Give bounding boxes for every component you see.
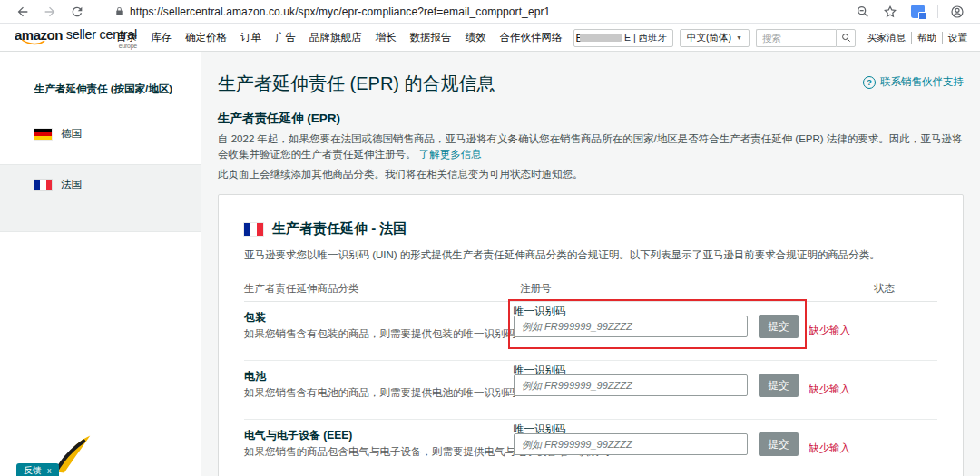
category-name: 电池 [244,369,266,384]
search-button[interactable] [836,29,856,47]
germany-flag-icon [34,129,52,140]
link-settings[interactable]: 设置 [942,32,973,44]
menu-item-growth[interactable]: 增长 [376,31,397,44]
status-missing-input: 缺少输入 [808,324,850,337]
reload-icon[interactable] [70,5,84,19]
profile-icon[interactable] [950,5,965,19]
sidebar-item-label: 法国 [61,178,82,191]
menu-item-stores[interactable]: 品牌旗舰店 [309,31,362,44]
feedback-label: 反馈 [24,464,42,476]
bookmark-star-icon[interactable] [883,5,897,19]
app-body: 生产者延伸责任 (按国家/地区) 德国 法国 生产者延伸责任 (EPR) 的合规… [0,52,980,476]
column-status: 状态 [874,282,895,296]
language-selector[interactable]: 中文(简体) ▼ [680,29,750,47]
utility-links: 买家消息 帮助 设置 [862,32,973,44]
table-row-batteries: 电池 如果您销售含有电池的商品，则需要提供电池的唯一识别码 唯一识别码 提交 缺… [244,361,937,420]
account-switcher[interactable]: E | 西班牙 [573,29,673,47]
link-buyer-messages[interactable]: 买家消息 [862,32,911,44]
menu-item-reports[interactable]: 数据报告 [410,31,452,44]
feedback-tab[interactable]: 反馈 x [16,463,59,476]
page-title: 生产者延伸责任 (EPR) 的合规信息 [218,72,495,96]
amazon-smile-icon [22,39,45,45]
padlock-icon[interactable] [114,6,124,16]
table-header: 生产者责任延伸商品分类 注册号 状态 [244,282,937,296]
sidebar-selected-band: 法国 [0,164,201,232]
link-help[interactable]: 帮助 [911,32,942,44]
seller-central-navbar: amazon seller central europe 目录 库存 确定价格 … [0,24,980,52]
account-marketplace-label: E | 西班牙 [624,32,667,44]
menu-item-catalog[interactable]: 目录 [116,31,137,44]
language-label: 中文(简体) [687,32,731,44]
status-missing-input: 缺少输入 [808,442,850,455]
browser-toolbar: https://sellercentral.amazon.co.uk/spx/m… [0,0,980,24]
menu-item-inventory[interactable]: 库存 [151,31,172,44]
navbar-right-cluster: E | 西班牙 中文(简体) ▼ 买家消息 帮助 设置 [573,24,973,52]
search-icon [841,33,851,43]
menu-item-advertising[interactable]: 广告 [275,31,296,44]
extension-icon[interactable] [911,5,925,18]
account-redacted [580,34,622,42]
status-missing-input: 缺少输入 [808,383,850,396]
table-row-eee: 电气与电子设备 (EEE) 如果您销售的商品包含电气与电子设备，则需要提供电气与… [244,420,937,476]
category-description: 如果您销售含有包装的商品，则需要提供包装的唯一识别码 [244,327,512,341]
close-icon[interactable]: x [47,466,52,475]
submit-button-packaging[interactable]: 提交 [759,315,799,338]
column-registration-number: 注册号 [520,282,552,296]
main-content: 生产者延伸责任 (EPR) 的合规信息 ? 联系销售伙伴支持 生产者责任延伸 (… [201,52,980,476]
epr-intro-text: 自 2022 年起，如果您要在法国或德国销售商品，亚马逊将有义务确认您在销售商品… [218,131,964,162]
toolbar-divider [937,5,938,18]
search-bar [756,29,856,47]
uin-input-eee[interactable] [514,433,748,455]
back-icon[interactable] [15,5,30,19]
submit-button-batteries[interactable]: 提交 [759,374,799,397]
uin-input-batteries[interactable] [514,374,748,396]
menu-item-pricing[interactable]: 确定价格 [185,31,227,44]
card-description: 亚马逊要求您以唯一识别码 (UIN) 的形式提供生产者责任延伸商品分类的合规证明… [244,248,937,262]
search-input[interactable] [756,29,836,47]
zoom-icon[interactable] [856,5,870,19]
address-bar[interactable]: https://sellercentral.amazon.co.uk/spx/m… [130,5,849,18]
uin-input-packaging[interactable] [514,316,748,337]
submit-button-eee[interactable]: 提交 [759,432,799,456]
france-flag-icon [34,180,52,190]
help-question-icon: ? [863,76,876,89]
sidebar-heading: 生产者延伸责任 (按国家/地区) [0,52,201,96]
sidebar-item-germany[interactable]: 德国 [0,127,201,141]
category-name: 包装 [244,310,266,325]
category-description: 如果您销售的商品包含电气与电子设备，则需要提供电气与电子设备唯一识别码 [244,445,512,459]
epr-section-title: 生产者责任延伸 (EPR) [218,111,964,127]
france-flag-icon [244,223,263,236]
menu-item-partner-network[interactable]: 合作伙伴网络 [500,31,563,44]
menu-item-orders[interactable]: 订单 [240,31,261,44]
menu-item-performance[interactable]: 绩效 [466,31,486,44]
sidebar-item-label: 德国 [61,127,82,141]
france-epr-card: 生产者责任延伸 - 法国 亚马逊要求您以唯一识别码 (UIN) 的形式提供生产者… [218,194,964,476]
sidebar-item-france[interactable]: 法国 [0,178,201,191]
column-category: 生产者责任延伸商品分类 [244,282,359,296]
epr-intro-note: 此页面上会继续添加其他商品分类。我们将在相关信息变为可用状态时通知您。 [218,167,964,182]
card-title: 生产者责任延伸 - 法国 [272,220,407,238]
learn-more-link[interactable]: 了解更多信息 [419,149,482,160]
sidebar: 生产者延伸责任 (按国家/地区) 德国 法国 [0,52,201,476]
chevron-down-icon: ▼ [736,34,742,41]
table-row-packaging: 包装 如果您销售含有包装的商品，则需要提供包装的唯一识别码 唯一识别码 提交 缺… [244,302,937,361]
category-description: 如果您销售含有电池的商品，则需要提供电池的唯一识别码 [244,386,512,400]
category-name: 电气与电子设备 (EEE) [244,428,352,443]
forward-icon[interactable] [43,5,57,19]
main-menu: 目录 库存 确定价格 订单 广告 品牌旗舰店 增长 数据报告 绩效 合作伙伴网络… [116,24,595,52]
contact-support-link[interactable]: ? 联系销售伙伴支持 [863,75,964,89]
